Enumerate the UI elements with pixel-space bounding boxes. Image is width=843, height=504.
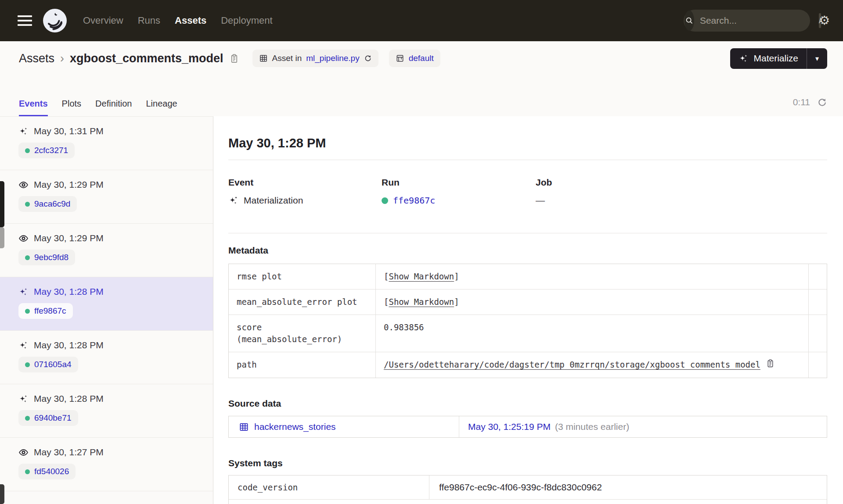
job-default-link[interactable]: default — [409, 54, 434, 63]
event-timestamp: May 30, 1:28 PM — [34, 393, 104, 404]
system-tags-table: code_version ffe9867c-ec9c-4f06-939c-f8d… — [228, 475, 827, 504]
menu-icon[interactable] — [18, 15, 32, 26]
run-id-link[interactable]: ffe9867c — [393, 195, 435, 206]
system-tags-heading: System tags — [228, 458, 827, 468]
show-markdown-link[interactable]: Show Markdown — [389, 272, 454, 281]
storage-path-link[interactable]: /Users/odetteharary/code/dagster/tmp_0mz… — [384, 359, 760, 371]
event-list-item[interactable]: May 30, 1:31 PM 2cfc3271 — [0, 117, 213, 170]
run-status-dot — [25, 309, 30, 314]
table-icon — [239, 422, 249, 432]
source-data-heading: Source data — [228, 398, 827, 409]
source-timestamp-note: (3 minutes earlier) — [555, 422, 629, 432]
run-id-badge[interactable]: 2cfc3271 — [18, 143, 75, 158]
tab-lineage[interactable]: Lineage — [146, 99, 177, 116]
event-timestamp: May 30, 1:28 PM — [34, 286, 104, 297]
asset-location-prefix: Asset in — [272, 54, 302, 63]
event-list-item-selected[interactable]: May 30, 1:28 PM ffe9867c — [0, 277, 213, 331]
run-id-link[interactable]: 2cfc3271 — [34, 146, 68, 155]
copy-path-icon[interactable] — [766, 359, 775, 371]
asset-location-badge[interactable]: Asset in ml_pipeline.py — [252, 50, 378, 67]
run-id-link[interactable]: fd540026 — [34, 467, 69, 476]
nav-item-overview[interactable]: Overview — [83, 15, 123, 26]
show-markdown-link[interactable]: Show Markdown — [389, 297, 454, 307]
run-id-link[interactable]: 6940be71 — [34, 413, 72, 423]
nav-item-runs[interactable]: Runs — [138, 15, 160, 26]
gear-icon[interactable]: ⚙ — [819, 14, 830, 27]
tab-plots[interactable]: Plots — [62, 99, 81, 116]
table-row-clipped — [229, 500, 827, 504]
run-id-badge[interactable]: 9ebc9fd8 — [18, 250, 75, 265]
materialization-icon — [18, 394, 29, 404]
table-row: mean_absolute_error plot [Show Markdown] — [229, 290, 827, 315]
materialize-dropdown-button[interactable]: ▾ — [807, 48, 827, 69]
event-detail-title: May 30, 1:28 PM — [228, 136, 827, 150]
tag-key: code_version — [229, 475, 429, 499]
tab-definition[interactable]: Definition — [95, 99, 132, 116]
materialize-button[interactable]: Materialize — [730, 48, 807, 69]
search-icon — [684, 11, 694, 31]
scrollbar-thumb[interactable] — [0, 181, 4, 227]
event-list-item[interactable]: May 30, 1:27 PM fd540026 — [0, 438, 213, 491]
run-id-link[interactable]: 9ebc9fd8 — [34, 253, 68, 262]
run-id-link[interactable]: 071605a4 — [34, 360, 72, 369]
materialization-icon — [18, 287, 29, 297]
job-column-label: Job — [536, 177, 827, 188]
divider — [228, 160, 827, 160]
run-status-dot — [25, 148, 30, 153]
event-detail-panel: May 30, 1:28 PM Event Materialization Ru… — [213, 116, 843, 504]
observation-icon — [18, 447, 29, 458]
source-data-table: hackernews_stories May 30, 1:25:19 PM (3… — [228, 416, 827, 438]
run-id-badge[interactable]: 9aca6c9d — [18, 196, 77, 212]
table-icon — [259, 54, 268, 63]
refresh-countdown: 0:11 — [793, 97, 810, 107]
table-row: rmse plot [Show Markdown] — [229, 264, 827, 290]
search-bar[interactable]: / — [684, 10, 810, 32]
run-id-badge[interactable]: 6940be71 — [18, 410, 78, 426]
metadata-table: rmse plot [Show Markdown] mean_absolute_… — [228, 264, 827, 378]
run-id-link[interactable]: ffe9867c — [34, 306, 66, 316]
metadata-value: 0.983856 — [384, 322, 424, 333]
event-column-label: Event — [228, 177, 382, 188]
source-timestamp-link[interactable]: May 30, 1:25:19 PM — [468, 422, 551, 432]
dagster-logo-icon[interactable] — [43, 8, 67, 33]
metadata-key: path — [229, 352, 376, 378]
search-input[interactable] — [694, 15, 819, 26]
event-list-item[interactable]: May 30, 1:28 PM 071605a4 — [0, 331, 213, 384]
job-empty-value: — — [536, 195, 545, 206]
copy-asset-name-icon[interactable] — [229, 54, 239, 64]
reload-location-icon[interactable] — [364, 54, 372, 62]
breadcrumb: Assets › xgboost_comments_model — [19, 52, 239, 65]
primary-nav: Overview Runs Assets Deployment — [83, 15, 273, 26]
job-badge[interactable]: default — [389, 50, 440, 67]
event-list-item[interactable]: May 30, 1:29 PM 9aca6c9d — [0, 170, 213, 224]
event-timestamp: May 30, 1:28 PM — [34, 340, 104, 350]
materialization-icon — [18, 340, 29, 350]
run-id-badge[interactable]: ffe9867c — [18, 303, 73, 319]
asset-tabs-bar: Events Plots Definition Lineage 0:11 — [0, 75, 843, 116]
run-id-badge[interactable]: 071605a4 — [18, 357, 78, 372]
metadata-key: rmse plot — [229, 264, 376, 289]
event-list-item[interactable]: May 30, 1:28 PM 6940be71 — [0, 384, 213, 438]
run-id-link[interactable]: 9aca6c9d — [34, 199, 70, 209]
nav-item-deployment[interactable]: Deployment — [221, 15, 272, 26]
asset-name: xgboost_comments_model — [70, 52, 223, 65]
refresh-icon[interactable] — [817, 97, 827, 107]
tag-value: ffe9867c-ec9c-4f06-939c-f8dc830c0962 — [429, 475, 827, 499]
scrollbar-track[interactable] — [0, 227, 4, 248]
run-status-dot — [25, 202, 30, 207]
observation-icon — [18, 233, 29, 243]
scrollbar-thumb[interactable] — [0, 484, 4, 504]
run-id-badge[interactable]: fd540026 — [18, 464, 76, 479]
event-timestamp: May 30, 1:31 PM — [34, 126, 104, 136]
pipeline-file-link[interactable]: ml_pipeline.py — [306, 54, 359, 63]
materialization-icon — [18, 126, 29, 136]
source-asset-link[interactable]: hackernews_stories — [254, 422, 336, 432]
event-type-value: Materialization — [244, 195, 303, 206]
nav-item-assets[interactable]: Assets — [175, 15, 206, 26]
tab-events[interactable]: Events — [19, 99, 48, 116]
event-list-item[interactable]: May 30, 1:29 PM 9ebc9fd8 — [0, 224, 213, 277]
breadcrumb-assets-link[interactable]: Assets — [19, 52, 54, 65]
divider — [228, 233, 827, 233]
metadata-key: score (mean_absolute_error) — [229, 315, 376, 352]
event-summary: Event Materialization Run ffe9867c Job — — [228, 177, 827, 206]
